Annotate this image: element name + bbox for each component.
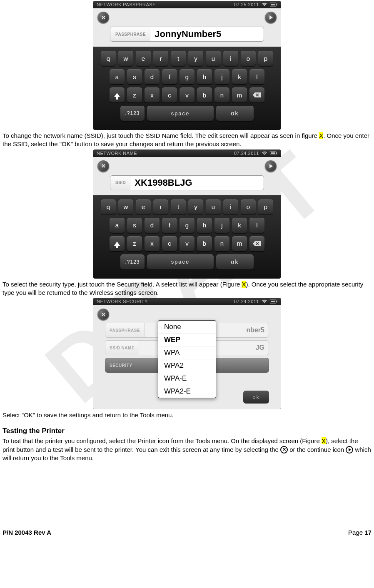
shift-key[interactable] [110, 236, 125, 251]
ok-key[interactable]: ok [216, 254, 254, 269]
backspace-key[interactable] [249, 236, 264, 251]
key[interactable]: i [223, 51, 238, 66]
key[interactable]: v [180, 87, 194, 102]
key[interactable]: f [162, 69, 177, 84]
key[interactable]: t [171, 199, 186, 214]
key[interactable]: v [180, 236, 194, 251]
key[interactable]: u [206, 199, 221, 214]
key[interactable]: u [206, 51, 221, 66]
security-option[interactable]: WPA2 [158, 359, 216, 372]
shift-key[interactable] [110, 87, 125, 102]
key[interactable]: e [136, 51, 151, 66]
screenshot-ssid: NETWORK NAME 07.24.2011 SSID XK1998BLJG [93, 149, 281, 279]
numbers-key[interactable]: .?123 [120, 106, 145, 121]
next-button[interactable] [265, 12, 277, 23]
status-bar: NETWORK PASSPHRASE 07.25.2011 [93, 1, 281, 8]
row-label: PASSPHRASE [105, 323, 145, 337]
key[interactable]: m [232, 87, 247, 102]
row-label: SSID NAME [105, 341, 139, 355]
key[interactable]: r [153, 199, 168, 214]
key[interactable]: s [127, 218, 142, 233]
key[interactable]: k [232, 218, 247, 233]
key[interactable]: g [180, 218, 194, 233]
key[interactable]: a [110, 69, 125, 84]
key[interactable]: d [145, 69, 160, 84]
screen-title: NETWORK PASSPHRASE [97, 2, 156, 7]
key[interactable]: s [127, 69, 142, 84]
key[interactable]: f [162, 218, 177, 233]
key[interactable]: g [180, 69, 194, 84]
key[interactable]: o [241, 199, 256, 214]
key[interactable]: n [214, 236, 229, 251]
passphrase-field[interactable]: PASSPHRASE JonnyNumber5 [110, 27, 264, 42]
key[interactable]: r [153, 51, 168, 66]
field-label: SSID [110, 176, 130, 190]
space-key[interactable]: space [147, 254, 214, 269]
key[interactable]: b [197, 87, 212, 102]
wifi-icon [262, 2, 267, 7]
next-button[interactable] [265, 160, 277, 172]
key[interactable]: i [223, 199, 238, 214]
key[interactable]: x [145, 236, 160, 251]
key[interactable]: j [214, 218, 229, 233]
key[interactable]: b [197, 236, 212, 251]
security-option[interactable]: WPA [158, 346, 216, 359]
svg-rect-7 [277, 301, 277, 302]
security-option-selected[interactable]: WEP [158, 334, 216, 346]
backspace-key[interactable] [249, 87, 264, 102]
ssid-field[interactable]: SSID XK1998BLJG [110, 175, 264, 190]
security-option[interactable]: WPA-E [158, 372, 216, 385]
key[interactable]: y [188, 199, 203, 214]
security-select-list: None WEP WPA WPA2 WPA-E WPA2-E [158, 320, 216, 398]
svg-rect-8 [271, 301, 275, 302]
key[interactable]: j [214, 69, 229, 84]
security-option[interactable]: None [158, 321, 216, 334]
key[interactable]: e [136, 199, 151, 214]
key[interactable]: k [232, 69, 247, 84]
close-button[interactable] [97, 309, 109, 320]
key[interactable]: z [127, 236, 142, 251]
svg-rect-4 [277, 152, 277, 154]
key[interactable]: p [258, 51, 273, 66]
key[interactable]: c [162, 87, 177, 102]
figure-ref: X [319, 132, 323, 139]
paragraph: To change the network name (SSID), just … [2, 132, 372, 149]
numbers-key[interactable]: .?123 [120, 254, 145, 269]
key[interactable]: t [171, 51, 186, 66]
key[interactable]: m [232, 236, 247, 251]
key[interactable]: q [101, 51, 116, 66]
key[interactable]: l [249, 69, 264, 84]
key[interactable]: w [118, 199, 133, 214]
close-icon: ✕ [280, 446, 288, 453]
key[interactable]: p [258, 199, 273, 214]
key[interactable]: d [145, 218, 160, 233]
key[interactable]: y [188, 51, 203, 66]
screenshot-passphrase: NETWORK PASSPHRASE 07.25.2011 PASSPHRASE… [93, 1, 281, 130]
status-date: 07.24.2011 [234, 299, 259, 304]
key[interactable]: a [110, 218, 125, 233]
row-label: SECURITY [105, 358, 137, 372]
onscreen-keyboard: q w e r t y u i o p a s d f g h [93, 195, 281, 279]
wifi-icon [262, 299, 267, 304]
close-button[interactable] [97, 160, 109, 172]
key[interactable]: x [145, 87, 160, 102]
key[interactable]: l [249, 218, 264, 233]
battery-icon [270, 151, 277, 155]
key[interactable]: h [197, 69, 212, 84]
field-value: XK1998BLJG [130, 176, 264, 190]
close-button[interactable] [97, 12, 109, 23]
key[interactable]: n [214, 87, 229, 102]
key[interactable]: o [241, 51, 256, 66]
paragraph: To select the security type, just touch … [2, 280, 372, 297]
key[interactable]: c [162, 236, 177, 251]
key[interactable]: w [118, 51, 133, 66]
key[interactable]: q [101, 199, 116, 214]
security-option[interactable]: WPA2-E [158, 385, 216, 398]
space-key[interactable]: space [147, 106, 214, 121]
svg-rect-5 [271, 152, 275, 154]
ok-button[interactable]: ok [243, 391, 269, 404]
key[interactable]: h [197, 218, 212, 233]
ok-key[interactable]: ok [216, 106, 254, 121]
part-number: P/N 20043 Rev A [2, 529, 51, 536]
key[interactable]: z [127, 87, 142, 102]
